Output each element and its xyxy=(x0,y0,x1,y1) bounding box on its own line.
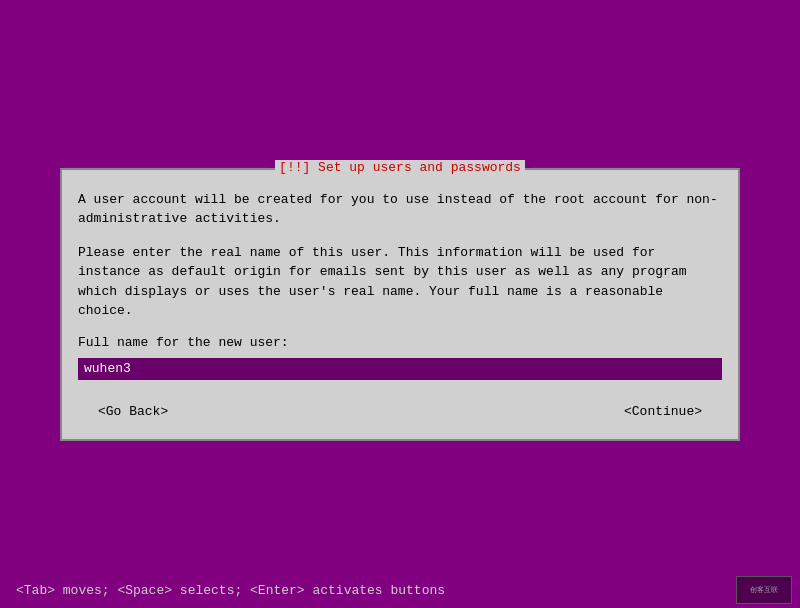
screen: [!!] Set up users and passwords A user a… xyxy=(0,0,800,608)
title-line-left xyxy=(62,167,267,168)
go-back-button[interactable]: <Go Back> xyxy=(82,400,184,423)
field-label: Full name for the new user: xyxy=(78,335,722,350)
title-line-right xyxy=(533,167,738,168)
continue-button[interactable]: <Continue> xyxy=(608,400,718,423)
status-bar: <Tab> moves; <Space> selects; <Enter> ac… xyxy=(16,583,784,598)
full-name-input[interactable] xyxy=(78,358,722,380)
buttons-row: <Go Back> <Continue> xyxy=(78,400,722,423)
description-1: A user account will be created for you t… xyxy=(78,190,722,229)
description-2: Please enter the real name of this user.… xyxy=(78,243,722,321)
title-bar: [!!] Set up users and passwords xyxy=(62,160,738,175)
dialog-body: A user account will be created for you t… xyxy=(62,170,738,439)
dialog: [!!] Set up users and passwords A user a… xyxy=(60,168,740,441)
dialog-title: [!!] Set up users and passwords xyxy=(275,160,525,175)
watermark: 创客互联 xyxy=(736,576,792,604)
